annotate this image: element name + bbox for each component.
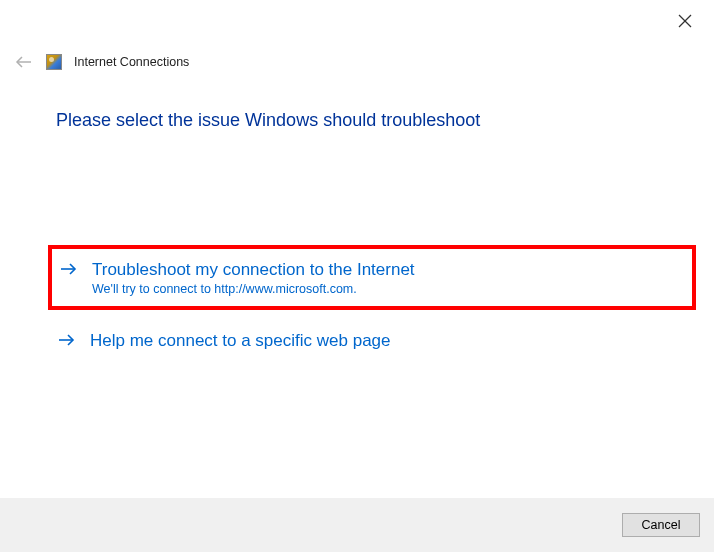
close-icon [678,14,692,28]
wizard-title: Internet Connections [74,55,189,69]
option-title: Help me connect to a specific web page [90,330,686,352]
close-button[interactable] [678,14,694,30]
option-text: Troubleshoot my connection to the Intern… [92,259,684,296]
back-arrow-icon [15,55,33,69]
option-text: Help me connect to a specific web page [90,330,686,352]
page-heading: Please select the issue Windows should t… [56,110,480,131]
option-title: Troubleshoot my connection to the Intern… [92,259,684,281]
option-troubleshoot-internet[interactable]: Troubleshoot my connection to the Intern… [48,245,696,310]
arrow-right-icon [58,333,76,351]
footer-bar: Cancel [0,498,714,552]
arrow-right-icon [60,262,78,280]
back-button[interactable] [14,52,34,72]
internet-connections-icon [46,54,62,70]
wizard-header: Internet Connections [14,52,189,72]
option-specific-webpage[interactable]: Help me connect to a specific web page [48,318,696,364]
cancel-button[interactable]: Cancel [622,513,700,537]
option-subtitle: We'll try to connect to http://www.micro… [92,282,684,296]
troubleshoot-options: Troubleshoot my connection to the Intern… [48,245,696,364]
